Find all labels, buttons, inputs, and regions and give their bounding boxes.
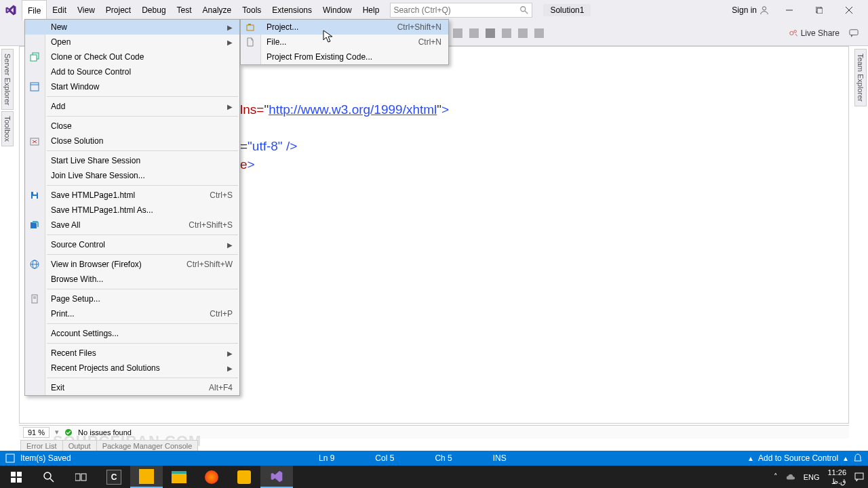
menu-project[interactable]: Project — [100, 0, 136, 20]
app2-icon[interactable] — [130, 466, 163, 488]
toolbox-tab[interactable]: Toolbox — [1, 111, 14, 146]
menu-item-label: Close — [51, 121, 72, 131]
app3-icon[interactable] — [228, 466, 260, 488]
file-menu-item[interactable]: Add▶ — [25, 99, 239, 114]
maximize-button[interactable] — [806, 0, 833, 20]
signin-button[interactable]: Sign in — [728, 5, 773, 15]
new-submenu-item[interactable]: Project From Existing Code... — [241, 49, 448, 64]
taskview-icon[interactable] — [65, 466, 98, 488]
menu-item-label: Save HTMLPage1.html — [51, 190, 135, 200]
clock[interactable]: 11:26 ق.ظ — [827, 468, 846, 486]
svg-rect-12 — [31, 55, 37, 61]
firefox-icon[interactable] — [195, 466, 228, 488]
file-menu-dropdown: New▶Open▶Clone or Check Out CodeAdd to S… — [24, 19, 240, 396]
menu-edit[interactable]: Edit — [47, 0, 72, 20]
svg-rect-38 — [855, 473, 863, 479]
search-box[interactable] — [390, 3, 532, 18]
onedrive-icon[interactable] — [786, 472, 795, 482]
file-menu-item[interactable]: Print...Ctrl+P — [25, 306, 239, 321]
menubar: File Edit View Project Debug Test Analyz… — [0, 0, 868, 20]
status-ch: Ch 5 — [435, 453, 452, 463]
file-menu-item[interactable]: Close Solution — [25, 134, 239, 148]
server-explorer-tab[interactable]: Server Explorer — [1, 49, 14, 110]
menu-test[interactable]: Test — [172, 0, 197, 20]
project-icon — [245, 22, 256, 33]
file-menu-item[interactable]: Recent Files▶ — [25, 346, 239, 361]
shortcut-label: Ctrl+P — [210, 309, 233, 319]
file-menu-item[interactable]: Join Live Share Session... — [25, 168, 239, 183]
file-menu-item[interactable]: Save HTMLPage1.html As... — [25, 203, 239, 218]
search-taskbar-icon[interactable] — [33, 466, 65, 488]
code-text: lns= — [240, 102, 264, 117]
submenu-arrow-icon: ▶ — [227, 365, 233, 372]
zoom-level[interactable]: 91 % — [23, 427, 50, 438]
file-menu-item[interactable]: Start Live Share Session — [25, 153, 239, 168]
menu-item-label: Join Live Share Session... — [51, 171, 145, 180]
tab-pmc[interactable]: Package Manager Console — [96, 440, 199, 451]
menu-help[interactable]: Help — [357, 0, 385, 20]
search-input[interactable] — [393, 5, 519, 15]
menu-tools[interactable]: Tools — [237, 0, 267, 20]
svg-rect-13 — [31, 83, 39, 91]
file-menu-item[interactable]: Open▶ — [25, 35, 239, 49]
file-menu-item[interactable]: New▶ — [25, 20, 239, 35]
new-submenu-item[interactable]: File...Ctrl+N — [241, 35, 448, 49]
menu-analyze[interactable]: Analyze — [197, 0, 237, 20]
file-menu-item[interactable]: Account Settings... — [25, 326, 239, 341]
file-menu-item[interactable]: Recent Projects and Solutions▶ — [25, 361, 239, 375]
start-button[interactable] — [0, 466, 33, 488]
menu-extensions[interactable]: Extensions — [267, 0, 317, 20]
menu-item-label: Recent Files — [51, 348, 96, 358]
status-add-source[interactable]: Add to Source Control — [758, 453, 838, 463]
vs-logo-icon — [4, 3, 18, 17]
statusbar: Item(s) Saved Ln 9 Col 5 Ch 5 INS ▲ Add … — [0, 451, 868, 466]
feedback-icon[interactable] — [849, 28, 859, 38]
file-menu-item[interactable]: Add to Source Control — [25, 64, 239, 79]
tab-errorlist[interactable]: Error List — [20, 440, 63, 451]
menu-item-label: Account Settings... — [51, 329, 119, 338]
app1-icon[interactable]: C — [98, 466, 130, 488]
close-button[interactable] — [835, 0, 863, 20]
svg-rect-27 — [248, 24, 251, 25]
liveshare-button[interactable]: Live Share — [789, 28, 840, 38]
editor-status-row: 91 % ▾ No issues found — [19, 425, 849, 439]
menu-file[interactable]: File — [22, 0, 47, 20]
menu-item-label: Clone or Check Out Code — [51, 52, 144, 62]
file-menu-item[interactable]: ExitAlt+F4 — [25, 380, 239, 395]
lang-indicator[interactable]: ENG — [804, 473, 820, 481]
menu-item-label: Project... — [267, 22, 298, 32]
tab-output[interactable]: Output — [62, 440, 97, 451]
notifications-icon[interactable] — [853, 453, 863, 463]
svg-point-34 — [44, 472, 51, 479]
menu-debug[interactable]: Debug — [136, 0, 171, 20]
file-menu-item[interactable]: Page Setup... — [25, 291, 239, 306]
file-menu-item[interactable]: Clone or Check Out Code — [25, 49, 239, 64]
menu-item-label: New — [51, 22, 67, 32]
minimize-button[interactable] — [776, 0, 803, 20]
team-explorer-tab[interactable]: Team Explorer — [854, 49, 867, 106]
browser-icon — [29, 259, 40, 270]
file-menu-item[interactable]: Source Control▶ — [25, 237, 239, 252]
menu-view[interactable]: View — [72, 0, 100, 20]
new-submenu-item[interactable]: Project...Ctrl+Shift+N — [241, 20, 448, 35]
file-menu-item[interactable]: View in Browser (Firefox)Ctrl+Shift+W — [25, 257, 239, 272]
svg-rect-23 — [32, 295, 37, 303]
file-menu-item[interactable]: Save HTMLPage1.htmlCtrl+S — [25, 188, 239, 203]
menu-item-label: Page Setup... — [51, 294, 100, 304]
menu-item-label: Project From Existing Code... — [267, 52, 372, 62]
visualstudio-icon[interactable] — [260, 466, 293, 488]
save-status-icon — [5, 453, 15, 463]
explorer-icon[interactable] — [163, 466, 195, 488]
solution-name: Solution1 — [543, 4, 591, 16]
file-menu-item[interactable]: Save AllCtrl+Shift+S — [25, 218, 239, 232]
code-editor[interactable]: lns="http://www.w3.org/1999/xhtml"> ="ut… — [240, 100, 449, 174]
tray-chevron-icon[interactable]: ˄ — [774, 472, 778, 481]
file-menu-item[interactable]: Start Window — [25, 79, 239, 94]
file-menu-item[interactable]: Close — [25, 119, 239, 134]
file-menu-item[interactable]: Browse With... — [25, 272, 239, 287]
menu-window[interactable]: Window — [317, 0, 357, 20]
file-icon — [245, 37, 256, 47]
menu-item-label: Start Live Share Session — [51, 156, 140, 165]
svg-point-9 — [794, 30, 797, 33]
action-center-icon[interactable] — [854, 472, 864, 482]
